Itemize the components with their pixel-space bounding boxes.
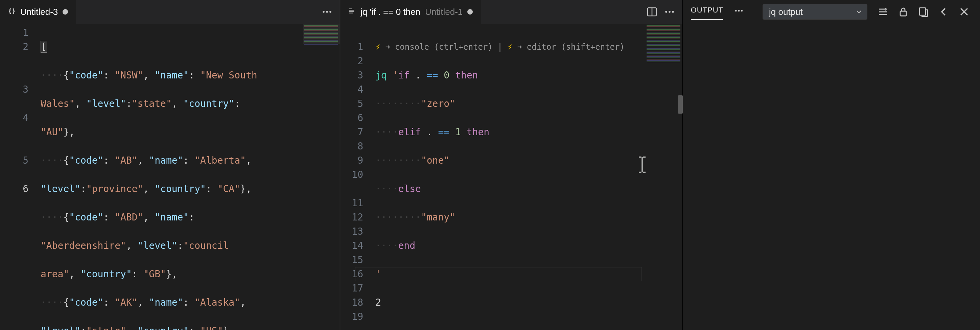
line-number-gutter: 1 2 3 4 5 6 — [0, 24, 41, 330]
tab-jq-script[interactable]: jq 'if . == 0 then Untitled-1 — [340, 0, 481, 24]
minimap[interactable] — [645, 24, 682, 330]
tab-bar: jq 'if . == 0 then Untitled-1 — [340, 0, 682, 24]
tab-untitled-3[interactable]: Untitled-3 — [0, 0, 76, 24]
tab-actions — [639, 0, 682, 24]
svg-point-0 — [323, 11, 325, 13]
code-lens-run[interactable]: ⚡ ➜ console (ctrl+enter) | ⚡ ➜ editor (s… — [375, 40, 645, 54]
output-panel: OUTPUT jq output — [683, 0, 980, 330]
output-header: OUTPUT jq output — [683, 0, 980, 24]
output-body[interactable] — [683, 24, 980, 330]
svg-point-10 — [741, 10, 743, 11]
previous-button[interactable] — [936, 5, 951, 19]
tab-title: Untitled-3 — [20, 7, 58, 17]
editor-body[interactable]: 1 2 3 4 5 6 [ ····{"code": "NSW", "name"… — [0, 24, 340, 330]
text-cursor-icon — [637, 156, 647, 173]
tab-actions — [314, 0, 340, 24]
tab-title: jq 'if . == 0 then — [361, 7, 420, 17]
output-channel-select[interactable]: jq output — [762, 4, 867, 20]
split-editor-button[interactable] — [644, 5, 659, 19]
output-channel-label: jq output — [769, 7, 803, 17]
minimap[interactable] — [303, 24, 340, 330]
dirty-indicator-icon — [467, 9, 473, 14]
svg-rect-11 — [900, 11, 906, 16]
line-number-gutter: 12345678910 111213141516171819 — [340, 24, 375, 330]
code-content[interactable]: [ ····{"code": "NSW", "name": "New South… — [41, 24, 303, 330]
svg-point-8 — [735, 10, 737, 11]
close-panel-button[interactable] — [957, 5, 972, 19]
output-overflow-button[interactable] — [732, 6, 746, 18]
svg-point-1 — [326, 11, 328, 13]
svg-point-5 — [665, 11, 667, 13]
more-actions-button[interactable] — [662, 5, 677, 19]
more-actions-button[interactable] — [320, 5, 334, 19]
code-content[interactable]: ⚡ ➜ console (ctrl+enter) | ⚡ ➜ editor (s… — [375, 24, 645, 330]
svg-rect-12 — [920, 8, 926, 15]
svg-point-7 — [672, 11, 674, 13]
output-actions — [875, 5, 972, 19]
tab-bar: Untitled-3 — [0, 0, 340, 24]
editor-body[interactable]: 12345678910 111213141516171819 ⚡ ➜ conso… — [340, 24, 682, 330]
braces-icon — [8, 7, 16, 17]
tab-subtitle: Untitled-1 — [425, 7, 463, 17]
open-log-button[interactable] — [916, 5, 931, 19]
editor-group-2: jq 'if . == 0 then Untitled-1 1234567891… — [340, 0, 683, 330]
dirty-indicator-icon — [62, 9, 68, 14]
svg-point-6 — [668, 11, 671, 13]
lock-scroll-button[interactable] — [896, 5, 911, 19]
svg-point-2 — [329, 11, 331, 13]
output-tab[interactable]: OUTPUT — [691, 4, 723, 20]
lines-icon — [348, 7, 356, 17]
editor-group-1: Untitled-3 1 2 3 4 5 6 [ ····{"code": "N… — [0, 0, 340, 330]
svg-point-9 — [738, 10, 740, 11]
clear-output-button[interactable] — [875, 5, 890, 19]
chevron-down-icon — [856, 7, 862, 17]
